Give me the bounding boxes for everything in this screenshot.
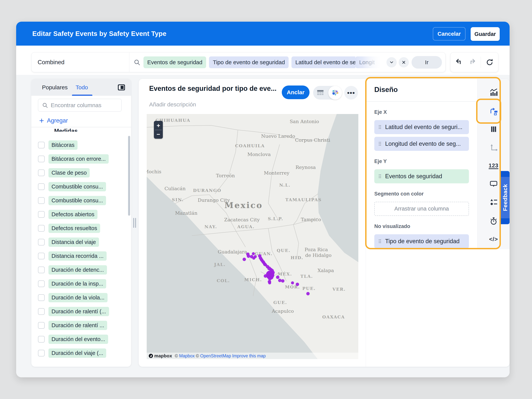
column-checkbox[interactable] (38, 225, 45, 232)
attribution-link[interactable]: OpenStreetMap (200, 353, 231, 358)
run-query-button[interactable]: Ir (412, 56, 442, 69)
attribution-link[interactable]: Mapbox (179, 353, 195, 358)
svg-text:SIN.: SIN. (172, 197, 184, 202)
column-checkbox[interactable] (38, 170, 45, 176)
column-checkbox[interactable] (38, 350, 45, 356)
column-pill[interactable]: Defectos abiertos (48, 210, 97, 219)
tab-populares[interactable]: Populares (42, 79, 68, 96)
query-tag[interactable]: Latitud del evento de seguridad (291, 57, 355, 68)
clear-query-button[interactable] (399, 57, 409, 67)
code-tool[interactable]: </> (488, 233, 500, 245)
column-pill[interactable]: Duración de ralentí (... (48, 307, 109, 316)
expand-tags-button[interactable] (386, 57, 397, 67)
section-heading-clipped: Medidas (54, 128, 78, 132)
design-panel-body: Eje XLatitud del evento de seguri...Long… (366, 109, 477, 248)
design-column-pill[interactable]: Tipo de evento de seguridad (374, 234, 469, 248)
query-tag[interactable]: Tipo de evento de seguridad (209, 57, 289, 68)
map-canvas[interactable]: CHIHUAHUASan AntonioNuevo LaredoCorpus C… (147, 114, 358, 359)
search-icon (133, 59, 140, 66)
svg-text:Culiacán: Culiacán (165, 186, 186, 191)
column-pill[interactable]: Distancia recorrida ... (48, 251, 107, 261)
redo-button[interactable] (468, 58, 476, 66)
column-checkbox[interactable] (38, 322, 45, 329)
query-tag-truncated[interactable]: Longit (355, 57, 384, 68)
column-pill[interactable]: Duración del viaje (... (48, 348, 106, 358)
table-icon (316, 89, 324, 97)
svg-text:Guadalajara: Guadalajara (218, 249, 247, 255)
column-checkbox[interactable] (38, 239, 45, 246)
design-column-pill[interactable]: Latitud del evento de seguri... (374, 120, 469, 134)
column-checkbox[interactable] (38, 294, 45, 301)
search-input[interactable] (51, 102, 114, 108)
design-section-label: No visualizado (374, 223, 469, 229)
column-pill[interactable]: Clase de peso (48, 168, 90, 177)
query-tag[interactable]: Eventos de seguridad (143, 57, 206, 68)
tab-todo[interactable]: Todo (76, 79, 88, 96)
number-format-tool[interactable]: 123 (488, 160, 500, 172)
svg-text:S.L.P.: S.L.P. (268, 216, 283, 221)
cancel-button[interactable]: Cancelar (433, 27, 466, 40)
chevron-down-icon (389, 60, 394, 65)
reset-button[interactable] (485, 58, 494, 66)
legend-tool[interactable] (488, 196, 500, 208)
column-pill[interactable]: Duración del evento... (48, 335, 108, 344)
more-options-button[interactable]: ••• (344, 86, 358, 100)
svg-text:Mazatlán: Mazatlán (175, 210, 197, 216)
column-checkbox[interactable] (38, 197, 45, 204)
drag-handle-icon (379, 174, 381, 178)
svg-text:Nuevo Laredo: Nuevo Laredo (261, 133, 295, 139)
history-controls (450, 52, 498, 72)
table-view-button[interactable] (313, 86, 328, 100)
column-pill[interactable]: Duración de ralentí ... (48, 321, 107, 330)
attribution-link[interactable]: Improve this map (232, 353, 266, 358)
zoom-out-button[interactable]: − (154, 130, 163, 139)
save-button[interactable]: Guardar (471, 27, 500, 41)
column-checkbox[interactable] (38, 142, 45, 148)
column-checkbox[interactable] (38, 266, 45, 273)
column-pill[interactable]: Distancia del viaje (48, 238, 99, 247)
chart-description-placeholder[interactable]: Añadir descripción (149, 101, 196, 108)
column-checkbox[interactable] (38, 336, 45, 342)
svg-text:Xalapa: Xalapa (317, 268, 334, 273)
column-checkbox[interactable] (38, 183, 45, 190)
chart-type-tool[interactable] (488, 86, 500, 99)
feedback-tab[interactable]: Feedback (501, 171, 510, 224)
column-pill[interactable]: Duración de detenc... (48, 265, 107, 275)
column-checkbox[interactable] (38, 211, 45, 218)
timer-tool[interactable] (488, 215, 500, 227)
column-pill[interactable]: Bitácoras (48, 140, 77, 150)
column-pill[interactable]: Combustible consu... (48, 196, 106, 205)
design-section-label: Eje Y (374, 158, 469, 164)
zoom-in-button[interactable]: + (154, 121, 163, 130)
pin-button[interactable]: Anclar (282, 86, 310, 99)
column-pill[interactable]: Duración de la viola... (48, 293, 108, 302)
drag-handle-icon (379, 142, 381, 146)
column-checkbox[interactable] (38, 156, 45, 162)
add-column-button[interactable]: Agregar (39, 117, 68, 124)
column-pill[interactable]: Combustible consu... (48, 182, 106, 191)
column-pill[interactable]: Duración de la insp... (48, 279, 106, 288)
column-pill[interactable]: Defectos resueltos (48, 224, 100, 233)
axes-tool[interactable] (488, 142, 500, 154)
sidebar-scrollbar[interactable] (128, 136, 130, 216)
design-column-pill[interactable]: Longitud del evento de seg... (374, 137, 469, 151)
undo-button[interactable] (455, 58, 463, 66)
column-checkbox[interactable] (38, 253, 45, 259)
columns-tool[interactable] (488, 123, 500, 135)
undo-icon (455, 58, 463, 66)
design-column-pill[interactable]: Eventos de seguridad (374, 169, 469, 183)
dataset-selector[interactable]: Combined (32, 52, 129, 72)
swap-columns-tool[interactable] (488, 105, 500, 117)
svg-text:Torreón: Torreón (216, 173, 235, 178)
panel-resize-handle[interactable] (133, 218, 137, 228)
column-checkbox[interactable] (38, 308, 45, 315)
column-checkbox[interactable] (38, 280, 45, 287)
column-pill[interactable]: Bitácoras con errore... (48, 154, 109, 164)
svg-text:Tampico: Tampico (301, 217, 321, 222)
map-view-button[interactable] (328, 86, 342, 100)
collapse-sidebar-button[interactable] (117, 83, 126, 92)
tooltip-tool[interactable] (488, 178, 500, 190)
color-segment-dropzone[interactable]: Arrastrar una columna (374, 202, 469, 216)
column-list-item: Clase de peso (31, 166, 131, 180)
column-list-item: Distancia recorrida ... (31, 249, 131, 263)
